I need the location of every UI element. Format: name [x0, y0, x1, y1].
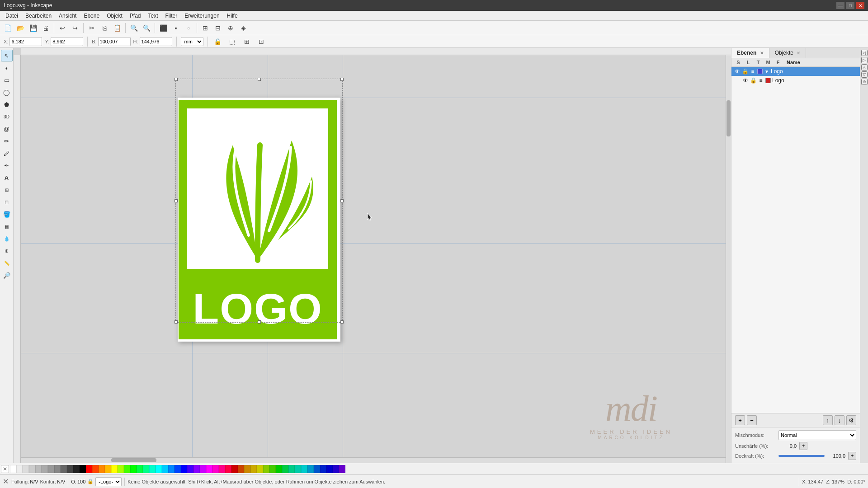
opacity-plus-button[interactable]: + [799, 442, 807, 450]
swatch-gray2[interactable] [35, 465, 42, 473]
menu-hilfe[interactable]: Hilfe [223, 12, 241, 20]
snap-button[interactable]: ⊕ [225, 22, 236, 34]
swatch-darkgreen2[interactable] [269, 465, 276, 473]
sel-handle-tc[interactable] [258, 78, 261, 81]
swatch-darkorange1[interactable] [238, 465, 244, 473]
align-center-button[interactable]: ▪ [170, 22, 182, 34]
canvas-scrollbar-v[interactable] [726, 55, 731, 463]
menu-datei[interactable]: Datei [2, 12, 22, 20]
pencil-tool[interactable]: ✏ [1, 135, 13, 147]
swatch-pink3[interactable] [225, 465, 231, 473]
h-input[interactable] [140, 37, 172, 46]
swatch-darkgray1[interactable] [54, 465, 61, 473]
canvas-scrollbar-thumb-h[interactable] [111, 458, 156, 462]
layer-row-logo-sub[interactable]: 👁 🔒 ≡ Logo [731, 76, 860, 85]
swatch-darkteal2[interactable] [288, 465, 295, 473]
swatch-lightgray1[interactable] [16, 465, 23, 473]
y-input[interactable] [51, 37, 83, 46]
menu-text[interactable]: Text [145, 12, 162, 20]
swatch-darkblue1[interactable] [307, 465, 314, 473]
swatch-yellow1[interactable] [105, 465, 111, 473]
layer-list-1[interactable]: ≡ [750, 68, 756, 75]
layer-settings-button[interactable]: ⚙ [846, 415, 856, 425]
swatch-darkorange2[interactable] [244, 465, 250, 473]
layer-down-button[interactable]: ↓ [835, 415, 844, 425]
connector-tool[interactable]: ⊕ [1, 245, 13, 257]
tab-ebenen-close[interactable]: ✕ [760, 51, 764, 56]
pen-tool[interactable]: 🖊 [1, 147, 13, 159]
swatch-purple3[interactable] [200, 465, 206, 473]
swatch-yellowgreen[interactable] [118, 465, 124, 473]
lock-icon[interactable]: 🔒 [87, 479, 94, 484]
zoom-tool[interactable]: 🔎 [1, 269, 13, 281]
swatch-white[interactable] [10, 465, 16, 473]
sb-x-icon[interactable]: ✕ [3, 477, 9, 486]
swatch-lightgray2[interactable] [23, 465, 29, 473]
swatch-lightblue1[interactable] [162, 465, 168, 473]
text-tool[interactable]: A [1, 172, 13, 183]
swatch-darkgray4[interactable] [73, 465, 80, 473]
menu-ebene[interactable]: Ebene [80, 12, 103, 20]
menu-objekt[interactable]: Objekt [103, 12, 126, 20]
sel-handle-bl[interactable] [175, 320, 178, 324]
layer-lock-2[interactable]: 🔒 [750, 77, 756, 84]
swatch-darkgreen3[interactable] [276, 465, 282, 473]
menu-ansicht[interactable]: Ansicht [55, 12, 80, 20]
remove-layer-button[interactable]: − [747, 415, 757, 425]
layer-expand-1[interactable]: ▼ [764, 69, 769, 74]
redo-button[interactable]: ↪ [69, 22, 81, 34]
menu-filter[interactable]: Filter [162, 12, 181, 20]
new-button[interactable]: 📄 [2, 22, 14, 34]
node-button[interactable]: ◈ [237, 22, 249, 34]
layer-up-button[interactable]: ↑ [823, 415, 833, 425]
paste-button[interactable]: 📋 [111, 22, 123, 34]
layer-row-logo-main[interactable]: 👁 🔒 ≡ ▼ Logo [731, 67, 860, 76]
sel-handle-ml[interactable] [175, 199, 178, 202]
layer-lock-1[interactable]: 🔒 [742, 68, 748, 75]
paint-bucket-tool[interactable]: 🪣 [1, 208, 13, 220]
swatch-gray1[interactable] [29, 465, 35, 473]
b-input[interactable] [98, 37, 131, 46]
menu-pfad[interactable]: Pfad [126, 12, 145, 20]
tab-objekte-close[interactable]: ✕ [797, 51, 800, 56]
swatch-darkblue2[interactable] [314, 465, 320, 473]
spray-tool[interactable]: ⊞ [1, 184, 13, 196]
eraser-tool[interactable]: ◻ [1, 196, 13, 208]
tab-objekte[interactable]: Objekte ✕ [769, 48, 807, 58]
maximize-button[interactable]: □ [846, 2, 854, 9]
swatch-darkgray3[interactable] [67, 465, 73, 473]
group-button[interactable]: ⊞ [199, 22, 211, 34]
snap-grid-button[interactable]: ⊡ [255, 36, 267, 47]
rect-tool[interactable]: ▭ [1, 74, 13, 86]
swatch-violet2[interactable] [339, 465, 345, 473]
zoom-in-button[interactable]: 🔍 [128, 22, 140, 34]
3d-tool[interactable]: 3D [1, 111, 13, 122]
tab-ebenen[interactable]: Ebenen ✕ [731, 48, 769, 58]
swatch-pink2[interactable] [219, 465, 225, 473]
unit-select[interactable]: mm px cm in [181, 37, 203, 46]
swatch-green3[interactable] [137, 465, 143, 473]
swatch-magenta[interactable] [206, 465, 212, 473]
swatch-darkcyan[interactable] [301, 465, 307, 473]
swatch-purple1[interactable] [187, 465, 193, 473]
density-slider-track[interactable] [778, 453, 825, 459]
swatch-pink1[interactable] [212, 465, 219, 473]
open-button[interactable]: 📂 [14, 22, 26, 34]
sel-handle-tl[interactable] [175, 78, 178, 81]
swatch-violet1[interactable] [333, 465, 339, 473]
layer-list-2[interactable]: ≡ [758, 77, 764, 84]
swatch-yellow2[interactable] [111, 465, 118, 473]
swatch-darkblue3[interactable] [320, 465, 326, 473]
swatch-cyan[interactable] [156, 465, 162, 473]
swatch-olive[interactable] [257, 465, 263, 473]
far-right-btn-4[interactable]: ▽ [861, 71, 868, 78]
swatch-darkteal1[interactable] [282, 465, 288, 473]
swatch-orange2[interactable] [99, 465, 105, 473]
density-plus-button[interactable]: + [848, 452, 856, 460]
swatch-blue3[interactable] [181, 465, 187, 473]
transform-button[interactable]: ⬚ [226, 36, 238, 47]
swatch-green2[interactable] [130, 465, 137, 473]
far-right-btn-2[interactable]: ▷ [861, 57, 868, 63]
canvas-area[interactable]: LOGO mdi Meer der Ideen Marco Kolditz [14, 48, 731, 463]
swatch-darkgreen1[interactable] [263, 465, 269, 473]
